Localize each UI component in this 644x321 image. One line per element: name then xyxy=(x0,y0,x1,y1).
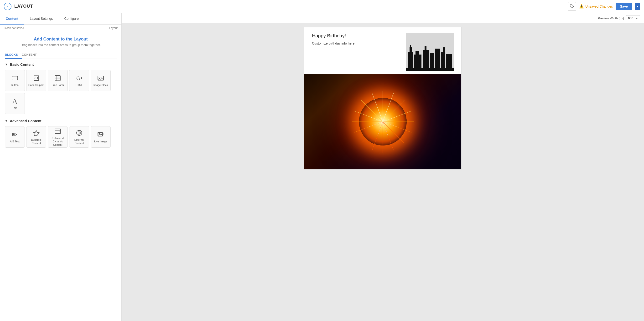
chevron-down-icon: ▼ xyxy=(5,63,8,66)
svg-rect-27 xyxy=(423,50,428,71)
svg-rect-33 xyxy=(443,47,445,52)
block-dynamic-content-label: Dynamic Content xyxy=(28,138,45,145)
tab-content[interactable]: Content xyxy=(0,13,24,24)
tab-configure[interactable]: Configure xyxy=(58,13,84,24)
chevron-down-icon-2: ▼ xyxy=(5,119,8,123)
svg-rect-34 xyxy=(406,68,454,71)
block-image-block-label: Image Block xyxy=(94,83,108,87)
warning-icon: ⚠️ xyxy=(579,4,584,8)
block-button-label: Button xyxy=(11,83,18,87)
canvas-inner: Happy Birthday! Customize birthday info … xyxy=(122,23,644,173)
back-button[interactable]: ‹ xyxy=(4,2,12,10)
svg-line-7 xyxy=(79,76,80,80)
preview-width-select[interactable]: 600 400 500 700 800 xyxy=(626,15,640,21)
basic-content-header[interactable]: ▼ Basic Content xyxy=(5,62,117,66)
block-external-content-label: External Content xyxy=(70,138,88,145)
ab-test-icon xyxy=(12,131,18,139)
block-button[interactable]: Button xyxy=(5,70,25,91)
svg-point-9 xyxy=(99,77,100,78)
unsaved-label: Unsaved Changes xyxy=(585,4,613,8)
email-sparkler-image xyxy=(304,74,461,169)
email-text-section: Happy Birthday! Customize birthday info … xyxy=(304,27,461,74)
external-content-icon xyxy=(76,130,82,137)
page-title: LAYOUT xyxy=(14,4,33,9)
panel-content: Add Content to the Layout Drag blocks in… xyxy=(0,32,122,321)
block-enhanced-dynamic[interactable]: Enhanced Dynamic Content xyxy=(48,126,68,148)
advanced-content-header[interactable]: ▼ Advanced Content xyxy=(5,119,117,123)
canvas-area: Preview Width (px) 600 400 500 700 800 H… xyxy=(122,13,644,321)
advanced-content-label: Advanced Content xyxy=(10,119,42,123)
preview-width-label: Preview Width (px) xyxy=(598,16,624,20)
code-snippet-icon xyxy=(33,75,40,82)
svg-marker-11 xyxy=(34,131,39,136)
svg-line-58 xyxy=(378,107,383,122)
svg-rect-12 xyxy=(55,129,60,134)
svg-rect-19 xyxy=(98,132,102,136)
svg-rect-23 xyxy=(410,47,412,52)
tab-bar: Content Layout Settings Configure xyxy=(0,13,122,24)
image-block-icon xyxy=(97,75,104,82)
free-form-icon xyxy=(54,75,61,82)
tab-layout-settings[interactable]: Layout Settings xyxy=(24,13,59,24)
svg-line-51 xyxy=(383,107,388,122)
svg-rect-3 xyxy=(55,75,60,81)
block-external-content[interactable]: External Content xyxy=(69,126,89,148)
top-bar-left: ‹ LAYOUT xyxy=(4,2,33,10)
svg-line-42 xyxy=(361,100,383,122)
sub-tab-content[interactable]: CONTENT xyxy=(22,51,40,59)
block-text[interactable]: A Text xyxy=(5,93,25,114)
sub-tab-blocks[interactable]: BLOCKS xyxy=(5,51,22,59)
block-code-snippet[interactable]: Code Snippet xyxy=(26,70,46,91)
email-body: Customize birthday info here. xyxy=(312,41,401,45)
email-preview: Happy Birthday! Customize birthday info … xyxy=(304,27,462,169)
basic-content-label: Basic Content xyxy=(10,62,34,66)
block-ab-test[interactable]: A/B Test xyxy=(5,126,25,148)
block-html-label: HTML xyxy=(76,83,83,87)
block-ab-test-label: A/B Test xyxy=(10,140,20,143)
button-icon xyxy=(12,75,18,82)
block-html[interactable]: HTML xyxy=(69,70,89,91)
advanced-content-grid: A/B Test Dynamic Content xyxy=(5,126,117,148)
block-not-saved-label: Block not saved xyxy=(4,26,24,30)
unsaved-notice: ⚠️ Unsaved Changes xyxy=(579,4,613,8)
svg-line-52 xyxy=(383,117,397,122)
svg-line-56 xyxy=(368,122,383,127)
svg-marker-14 xyxy=(59,131,60,132)
enhanced-dynamic-icon xyxy=(54,128,61,136)
email-text-left: Happy Birthday! Customize birthday info … xyxy=(312,33,401,45)
preview-toolbar: Preview Width (px) 600 400 500 700 800 xyxy=(122,13,644,23)
save-button[interactable]: Save xyxy=(616,2,632,10)
save-dropdown-button[interactable]: ▾ xyxy=(635,3,640,10)
layout-breadcrumb: Layout xyxy=(109,26,118,30)
block-code-snippet-label: Code Snippet xyxy=(28,83,44,87)
svg-rect-26 xyxy=(416,51,419,55)
block-text-label: Text xyxy=(12,106,17,110)
block-dynamic-content[interactable]: Dynamic Content xyxy=(26,126,46,148)
svg-rect-24 xyxy=(410,45,411,48)
basic-content-grid: Button Code Snippet xyxy=(5,70,117,114)
svg-line-53 xyxy=(383,122,397,127)
block-enhanced-dynamic-label: Enhanced Dynamic Content xyxy=(49,137,66,147)
block-free-form[interactable]: Free Form xyxy=(48,70,68,91)
html-icon xyxy=(76,75,82,82)
tag-icon-button[interactable] xyxy=(568,2,576,11)
breadcrumb: Block not saved Layout xyxy=(0,24,122,32)
block-live-image[interactable]: Live Image xyxy=(91,126,111,148)
top-bar-right: ⚠️ Unsaved Changes Save ▾ xyxy=(568,2,640,11)
block-live-image-label: Live Image xyxy=(94,140,107,143)
sub-tab-bar: BLOCKS CONTENT xyxy=(5,51,117,59)
svg-rect-30 xyxy=(435,49,440,71)
block-free-form-label: Free Form xyxy=(52,83,64,87)
svg-point-20 xyxy=(99,133,100,134)
add-content-subtitle: Drag blocks into the content areas to gr… xyxy=(5,43,117,47)
email-city-image xyxy=(406,33,454,71)
text-icon: A xyxy=(12,98,18,105)
svg-line-36 xyxy=(383,100,404,122)
svg-line-54 xyxy=(383,122,388,136)
svg-rect-31 xyxy=(441,52,445,71)
email-heading: Happy Birthday! xyxy=(312,33,401,39)
top-bar: ‹ LAYOUT ⚠️ Unsaved Changes Save ▾ xyxy=(0,0,644,13)
block-image-block[interactable]: Image Block xyxy=(91,70,111,91)
svg-line-40 xyxy=(361,122,383,143)
svg-line-55 xyxy=(378,122,383,136)
